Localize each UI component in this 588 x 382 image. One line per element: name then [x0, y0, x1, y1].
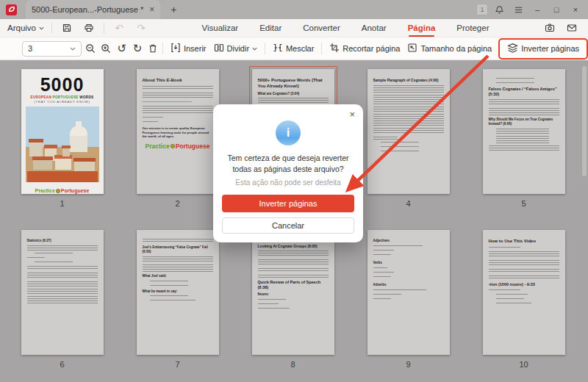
cancel-button[interactable]: Cancelar — [222, 217, 354, 234]
menu-bar: Arquivo ↶ ↷ Visualizar Editar Converter … — [0, 19, 588, 37]
minimize-button[interactable]: – — [529, 2, 545, 17]
text-placeholder — [373, 128, 444, 134]
thumbnail-cell: Adjectives Verbs Adverbs 9 — [368, 230, 450, 382]
numbered-item-placeholder — [496, 136, 549, 143]
confirm-invert-pages-button[interactable]: Inverter páginas — [222, 195, 354, 212]
dialog-message: Tem certeza de que deseja reverter todas… — [220, 153, 356, 174]
lisbon-photo — [26, 107, 99, 182]
file-menu-button[interactable]: Arquivo — [7, 24, 44, 32]
page-number-label: 2 — [175, 199, 179, 208]
page-thumbnail-9[interactable]: Adjectives Verbs Adverbs — [368, 230, 450, 355]
title-bar: 5000-European...-Portuguese * × + 1 – □ … — [0, 0, 588, 19]
merge-icon — [273, 43, 283, 54]
menu-visualizar[interactable]: Visualizar — [201, 21, 240, 35]
highlight-box-annotation: Inverter páginas — [498, 38, 588, 60]
undo-button[interactable]: ↶ — [112, 21, 126, 35]
page-thumbnail-1[interactable]: 5000 EUROPEAN PORTUGUESE WORDS (THAT YOU… — [21, 69, 104, 194]
text-placeholder — [373, 245, 423, 248]
numbered-item-placeholder — [496, 129, 549, 134]
active-menu-underline — [409, 35, 435, 37]
app-logo-icon — [6, 4, 17, 15]
page-thumbnail-5[interactable]: Falsos Cognates / “Falsos Amigos” (5:32)… — [483, 69, 565, 194]
camera-capture-icon[interactable] — [542, 21, 557, 35]
menu-converter[interactable]: Converter — [302, 21, 341, 35]
page-thumbnail-10[interactable]: How to Use This Video -tion (1000 nouns)… — [483, 230, 565, 355]
maximize-button[interactable]: □ — [548, 2, 564, 17]
cover-title: 5000 — [26, 76, 99, 94]
invert-pages-button[interactable]: Inverter páginas — [503, 40, 583, 57]
text-placeholder — [143, 93, 213, 99]
crop-page-button[interactable]: Recortar página — [326, 40, 404, 57]
bullet-placeholder — [381, 146, 420, 148]
divider — [162, 43, 163, 54]
menu-editar[interactable]: Editar — [259, 21, 282, 35]
text-placeholder — [373, 85, 444, 93]
page-thumbnail-7[interactable]: Joel’s Embarrassing “False Cognate” Fail… — [137, 230, 219, 355]
page-number-label: 4 — [406, 199, 410, 208]
text-placeholder — [27, 296, 98, 305]
globe-icon — [171, 144, 175, 148]
redo-button[interactable]: ↷ — [134, 21, 148, 35]
revert-pages-dialog: × i Tem certeza de que deseja reverter t… — [213, 104, 363, 242]
menu-proteger[interactable]: Proteger — [456, 21, 490, 35]
rotate-right-button[interactable]: ↻ — [132, 40, 143, 57]
menu-anotar[interactable]: Anotar — [361, 21, 387, 35]
page-size-button[interactable]: Tamanho da página — [404, 40, 495, 57]
insert-page-button[interactable]: Inserir — [167, 40, 210, 57]
menu-pagina[interactable]: Página — [407, 21, 437, 35]
text-placeholder — [373, 250, 395, 252]
text-placeholder — [27, 289, 98, 294]
text-placeholder — [373, 95, 444, 104]
merge-page-button[interactable]: Mesclar — [269, 40, 318, 57]
text-placeholder — [143, 256, 213, 262]
text-placeholder — [489, 269, 559, 273]
notification-count-badge[interactable]: 1 — [476, 4, 488, 15]
bell-icon[interactable] — [491, 2, 507, 17]
delete-page-button[interactable] — [147, 40, 159, 57]
text-placeholder — [373, 298, 391, 300]
dialog-close-icon[interactable]: × — [349, 109, 355, 120]
page-thumbnail-4[interactable]: Sample Paragraph of Cognates (4:00) — [368, 69, 450, 194]
page-number-input[interactable]: 3 — [22, 41, 82, 57]
page-number-label: 1 — [60, 199, 64, 208]
text-placeholder — [258, 251, 329, 257]
text-placeholder — [489, 99, 559, 106]
text-placeholder — [373, 107, 444, 112]
thumbnail-cell: Statistics (6:27) 6 — [21, 230, 104, 382]
document-tab[interactable]: 5000-European...-Portuguese * × — [26, 0, 160, 19]
scrollbar-track — [582, 65, 587, 378]
print-button[interactable] — [82, 21, 96, 35]
bullet-placeholder — [496, 78, 535, 80]
bullet-placeholder — [150, 285, 189, 287]
page-toolbar: 3 ↺ ↻ Inserir Dividir Mesclar Recortar p… — [0, 37, 588, 60]
page-number-value: 3 — [28, 44, 32, 53]
zoom-out-button[interactable] — [85, 40, 97, 57]
thumbnail-cell: 5000 EUROPEAN PORTUGUESE WORDS (THAT YOU… — [21, 69, 104, 230]
close-button[interactable]: × — [567, 2, 584, 17]
text-placeholder — [27, 273, 98, 279]
tab-close-icon[interactable]: × — [149, 5, 154, 14]
mail-icon[interactable] — [564, 21, 579, 35]
chevron-down-icon — [39, 26, 44, 30]
page-thumbnail-2[interactable]: About This E-Book Our mission is to crea… — [137, 69, 219, 194]
bullet-placeholder — [35, 253, 74, 255]
thumbnail-cell: Sample Paragraph of Cognates (4:00) 4 — [368, 69, 450, 230]
hamburger-menu-icon[interactable] — [510, 2, 526, 17]
new-tab-button[interactable]: + — [171, 4, 176, 15]
main-menu: Visualizar Editar Converter Anotar Págin… — [201, 21, 490, 35]
dialog-note: Esta ação não pode ser desfeita — [213, 179, 363, 187]
practice-portuguese-logo: Practice Portuguese — [26, 188, 99, 193]
thumbnail-cell: Falsos Cognates / “Falsos Amigos” (5:32)… — [483, 69, 565, 230]
link-placeholder — [143, 101, 192, 104]
scrollbar-thumb[interactable] — [582, 66, 587, 176]
page-thumbnail-6[interactable]: Statistics (6:27) — [21, 230, 104, 355]
text-placeholder — [143, 106, 213, 115]
text-placeholder — [489, 145, 559, 151]
zoom-in-button[interactable] — [101, 40, 112, 57]
page-number-label: 6 — [60, 360, 64, 369]
bullet-placeholder — [150, 300, 196, 302]
page-thumbnail-8[interactable]: What You Need to Remember When Looking A… — [252, 230, 334, 355]
save-button[interactable] — [60, 21, 74, 35]
rotate-left-button[interactable]: ↺ — [116, 40, 128, 57]
split-page-button[interactable]: Dividir — [210, 40, 262, 57]
